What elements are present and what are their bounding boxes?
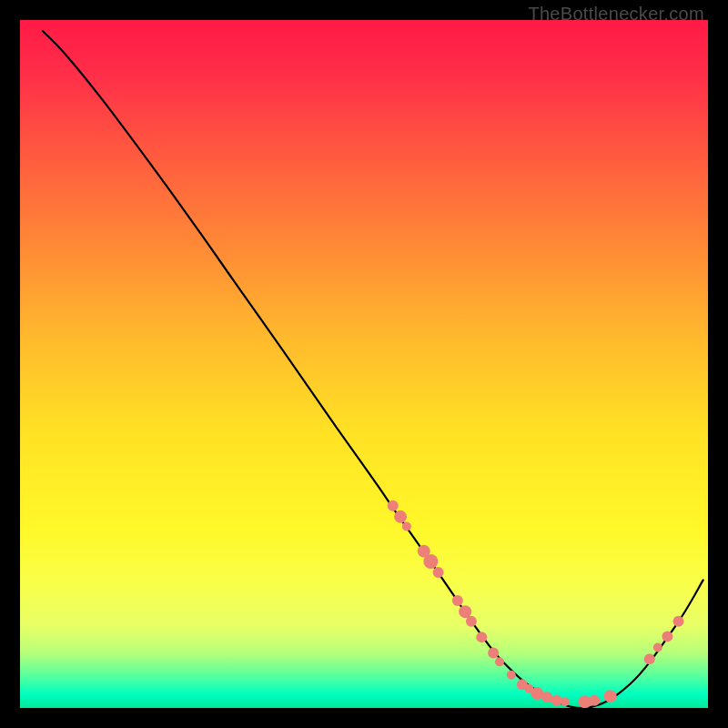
- data-point: [653, 642, 662, 652]
- data-point: [551, 695, 562, 706]
- data-point: [466, 616, 477, 627]
- data-point: [644, 653, 655, 664]
- data-point: [488, 648, 499, 659]
- data-point: [402, 521, 411, 531]
- data-point: [662, 631, 672, 642]
- credit-label: TheBottlenecker.com: [528, 4, 704, 25]
- data-point: [476, 632, 487, 642]
- data-point: [495, 657, 504, 666]
- data-point: [433, 567, 444, 578]
- data-point: [394, 511, 407, 523]
- chart-svg: [20, 20, 708, 708]
- data-point: [604, 690, 617, 703]
- data-point: [507, 671, 516, 680]
- data-point: [561, 697, 570, 706]
- data-point: [672, 616, 683, 627]
- data-point: [541, 692, 552, 703]
- data-point: [423, 554, 438, 569]
- data-point: [388, 500, 399, 511]
- data-point: [589, 695, 600, 706]
- data-point: [452, 595, 463, 606]
- chart-plot-area: [20, 20, 708, 708]
- curve-path: [43, 31, 703, 708]
- data-points: [388, 500, 684, 708]
